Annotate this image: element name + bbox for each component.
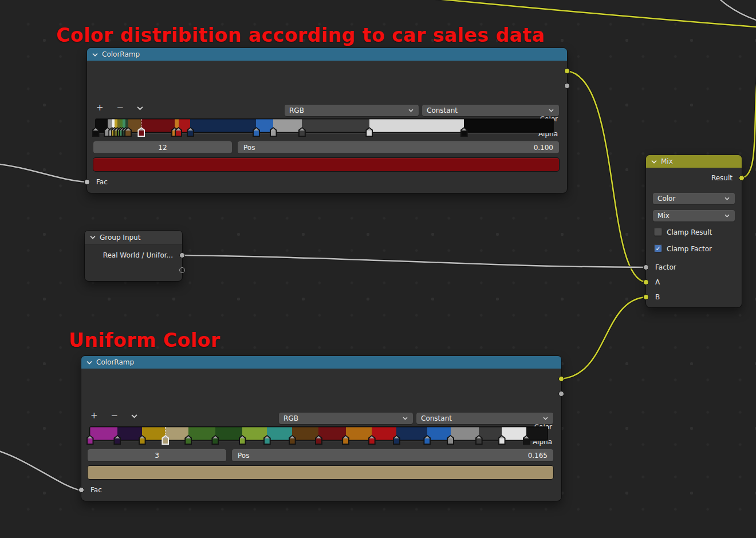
stop-position-field[interactable]: Pos 0.165: [232, 449, 553, 461]
ramp-track: [96, 133, 553, 133]
wire-offscreen-top: [367, 0, 756, 27]
fac-input-socket[interactable]: [84, 179, 90, 185]
node-title: Mix: [661, 157, 673, 165]
b-input-socket[interactable]: [643, 294, 649, 300]
remove-stop-button[interactable]: −: [111, 412, 119, 420]
alpha-output-socket[interactable]: [564, 83, 570, 89]
result-output-label: Result: [711, 174, 733, 182]
wire-left-to-colorramp2-fac: [0, 450, 81, 490]
group-input-virtual-socket[interactable]: [179, 267, 185, 273]
stop-index-field[interactable]: 12: [93, 141, 232, 153]
wire-groupinput-to-mix-factor: [182, 255, 646, 267]
chevron-down-icon: [724, 197, 730, 201]
stop-position-field[interactable]: Pos 0.100: [238, 141, 559, 153]
wire-colorramp2-color-to-mix-b: [561, 297, 646, 379]
add-stop-button[interactable]: +: [90, 412, 98, 420]
wire-offscreen-corner: [717, 0, 756, 22]
fac-input-label: Fac: [90, 486, 102, 494]
add-stop-button[interactable]: +: [96, 104, 104, 112]
interpolation-dropdown[interactable]: Constant: [416, 413, 553, 424]
annotation-title-uniform-color: Uniform Color: [69, 329, 220, 351]
clamp-factor-checkbox[interactable]: ✓: [654, 244, 662, 252]
node-title: ColorRamp: [102, 50, 140, 58]
factor-input-label: Factor: [655, 263, 676, 271]
ramp-tools-menu-icon[interactable]: [131, 414, 137, 418]
chevron-down-icon: [408, 109, 414, 113]
group-input-output-socket[interactable]: [179, 252, 185, 258]
node-title: Group Input: [100, 234, 140, 242]
wire-colorramp1-color-to-mix-a: [567, 71, 646, 282]
mix-node[interactable]: Mix Result Color Mix Clamp Result ✓ Clam…: [646, 155, 742, 307]
chevron-down-icon[interactable]: [86, 361, 92, 365]
annotation-title-car-sales: Color distribition according to car sale…: [56, 24, 545, 46]
fac-input-label: Fac: [96, 178, 108, 186]
clamp-result-checkbox[interactable]: [654, 228, 662, 236]
chevron-down-icon[interactable]: [92, 53, 98, 57]
stop-index-field[interactable]: 3: [88, 449, 226, 461]
active-stop-color-swatch[interactable]: [93, 158, 559, 171]
b-input-label: B: [655, 293, 660, 301]
node-title: ColorRamp: [96, 358, 134, 366]
node-editor-canvas[interactable]: Color distribition according to car sale…: [0, 0, 756, 538]
fac-input-socket[interactable]: [78, 487, 84, 493]
ramp-band[interactable]: [96, 119, 553, 132]
color-output-socket[interactable]: [558, 376, 564, 382]
chevron-down-icon[interactable]: [651, 160, 657, 164]
clamp-factor-label: Clamp Factor: [667, 245, 712, 253]
clamp-result-label: Clamp Result: [667, 228, 712, 236]
group-input-output-label: Real World / Unifor...: [103, 251, 173, 259]
colorramp-node-header[interactable]: ColorRamp: [81, 356, 561, 369]
ramp-tools-menu-icon[interactable]: [137, 106, 143, 110]
mix-blend-mode-dropdown[interactable]: Mix: [653, 210, 735, 221]
alpha-output-socket[interactable]: [558, 391, 564, 397]
wire-mix-result-offscreen: [742, 49, 756, 178]
a-input-label: A: [655, 278, 660, 286]
a-input-socket[interactable]: [643, 279, 649, 285]
group-input-node[interactable]: Group Input Real World / Unifor...: [85, 231, 182, 281]
mix-data-type-dropdown[interactable]: Color: [653, 193, 735, 204]
colorramp-node-top[interactable]: ColorRamp Color Alpha + − RGB Constant 1…: [87, 48, 567, 193]
colorramp-node-header[interactable]: ColorRamp: [87, 48, 567, 61]
chevron-down-icon: [549, 109, 554, 113]
color-output-socket[interactable]: [564, 68, 570, 74]
color-ramp-gradient[interactable]: [90, 427, 548, 448]
colorramp-node-bottom[interactable]: ColorRamp Color Alpha + − RGB Constant 3…: [81, 356, 561, 501]
color-mode-dropdown[interactable]: RGB: [285, 105, 419, 116]
group-input-header[interactable]: Group Input: [85, 231, 182, 244]
wire-left-to-colorramp1-fac: [0, 164, 87, 182]
chevron-down-icon: [403, 417, 408, 421]
result-output-socket[interactable]: [739, 175, 745, 181]
chevron-down-icon[interactable]: [90, 235, 96, 239]
active-stop-color-swatch[interactable]: [88, 466, 553, 479]
remove-stop-button[interactable]: −: [117, 104, 124, 112]
interpolation-dropdown[interactable]: Constant: [422, 105, 559, 116]
mix-node-header[interactable]: Mix: [646, 155, 742, 168]
chevron-down-icon: [543, 417, 549, 421]
color-ramp-gradient[interactable]: [96, 119, 553, 140]
color-mode-dropdown[interactable]: RGB: [279, 413, 413, 424]
factor-input-socket[interactable]: [643, 264, 649, 270]
chevron-down-icon: [724, 214, 730, 218]
